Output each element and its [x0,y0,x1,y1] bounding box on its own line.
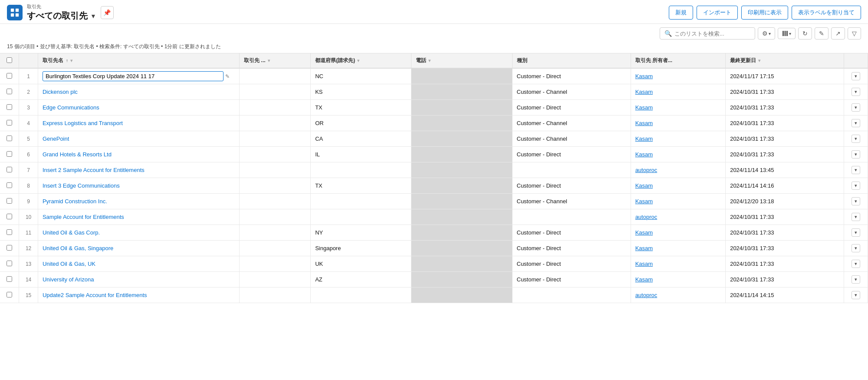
owner-link[interactable]: Kasam [635,261,653,267]
row-action-dropdown-btn[interactable]: ▾ [852,197,860,205]
row-action-dropdown-btn[interactable]: ▾ [852,275,860,284]
owner-link[interactable]: Kasam [635,229,653,236]
account-name-link[interactable]: United Oil & Gas, Singapore [43,245,113,251]
settings-btn[interactable]: ⚙ ▾ [758,27,775,40]
row-phone-cell [411,131,512,147]
header-phone[interactable]: 電話 ▾ [411,53,512,68]
account-name-link[interactable]: Sample Account for Entitlements [43,214,124,220]
row-action-dropdown-btn[interactable]: ▾ [852,150,860,159]
header-type[interactable]: 種別 [512,53,631,68]
header-state[interactable]: 都道府県(請求先) ▾ [311,53,411,68]
row-action-dropdown-btn[interactable]: ▾ [852,228,860,237]
account-name-link[interactable]: United Oil & Gas Corp. [43,229,100,236]
account-name-link[interactable]: Dickenson plc [43,89,78,95]
account-name-link[interactable]: Express Logistics and Transport [43,120,123,126]
account-name-link[interactable]: Pyramid Construction Inc. [43,198,107,205]
account-col-chevron[interactable]: ▾ [268,58,270,63]
title-chevron[interactable]: ▼ [90,13,96,20]
row-checkbox-10[interactable] [7,214,12,219]
row-checkbox-14[interactable] [7,276,12,282]
row-checkbox-11[interactable] [7,229,12,235]
header-account-num[interactable]: 取引先 ... ▾ [240,53,311,68]
account-name-link[interactable]: University of Arizona [43,276,94,283]
name-edit-pencil-icon[interactable]: ✎ [225,73,230,79]
row-action-dropdown-btn[interactable]: ▾ [852,135,860,143]
select-all-checkbox[interactable] [7,57,12,63]
row-action-dropdown-btn[interactable]: ▾ [852,182,860,190]
row-action-dropdown-btn[interactable]: ▾ [852,260,860,268]
header-title: すべての取引先 ▼ [27,10,96,22]
table-row: 12United Oil & Gas, SingaporeSingaporeCu… [0,241,868,256]
print-button[interactable]: 印刷用に表示 [741,6,788,20]
row-checkbox-cell [0,225,19,241]
owner-link[interactable]: Kasam [635,73,653,79]
updated-col-chevron[interactable]: ▾ [758,58,760,63]
owner-link[interactable]: Kasam [635,198,653,205]
row-checkbox-7[interactable] [7,167,12,172]
row-action-dropdown-btn[interactable]: ▾ [852,244,860,252]
owner-link[interactable]: Kasam [635,104,653,111]
row-action-dropdown-btn[interactable]: ▾ [852,88,860,96]
row-checkbox-5[interactable] [7,135,12,141]
row-type-cell: Customer - Direct [512,68,631,84]
row-checkbox-4[interactable] [7,120,12,126]
name-col-chevron[interactable]: ▾ [70,58,72,63]
account-name-link[interactable]: GenePoint [43,135,69,142]
row-checkbox-12[interactable] [7,245,12,251]
columns-btn[interactable]: ▾ [778,28,796,39]
owner-link[interactable]: Kasam [635,120,653,126]
owner-link[interactable]: Kasam [635,276,653,283]
name-edit-input[interactable] [43,71,224,81]
import-button[interactable]: インポート [697,6,738,20]
pin-button[interactable]: 📌 [101,6,114,19]
owner-link[interactable]: Kasam [635,182,653,189]
owner-link[interactable]: Kasam [635,89,653,95]
row-action-dropdown-btn[interactable]: ▾ [852,166,860,174]
row-checkbox-13[interactable] [7,261,12,266]
row-action-dropdown-btn[interactable]: ▾ [852,119,860,127]
search-input[interactable] [674,30,750,37]
account-name-link[interactable]: Insert 2 Sample Account for Entitlements [43,167,145,173]
row-checkbox-6[interactable] [7,151,12,157]
owner-link[interactable]: Kasam [635,151,653,158]
header-updated[interactable]: 最終更新日 ▾ [726,53,844,68]
filter-btn[interactable]: ▽ [848,27,861,40]
row-action-dropdown-btn[interactable]: ▾ [852,291,860,299]
row-checkbox-8[interactable] [7,182,12,188]
header-select-all[interactable] [0,53,19,68]
row-checkbox-3[interactable] [7,104,12,110]
new-button[interactable]: 新規 [669,6,693,20]
edit-btn[interactable]: ✎ [815,27,829,40]
label-button[interactable]: 表示ラベルを割り当て [792,6,861,20]
owner-link[interactable]: autoproc [635,167,658,173]
share-btn[interactable]: ↗ [831,27,845,40]
owner-link[interactable]: autoproc [635,214,658,220]
state-col-chevron[interactable]: ▾ [357,58,359,63]
row-checkbox-15[interactable] [7,292,12,297]
account-name-link[interactable]: United Oil & Gas, UK [43,261,95,267]
row-updated-cell: 2024/10/31 17:33 [726,84,844,100]
account-name-link[interactable]: Edge Communications [43,104,99,111]
header-owner[interactable]: 取引先 所有者... [631,53,726,68]
header-name[interactable]: 取引先名 ↑ ▾ [38,53,239,68]
owner-link[interactable]: Kasam [635,245,653,251]
app-header: 取引先 すべての取引先 ▼ 📌 新規 インポート 印刷用に表示 表示ラベルを割り… [0,0,868,24]
row-checkbox-2[interactable] [7,89,12,94]
row-action-dropdown-btn[interactable]: ▾ [852,72,860,80]
row-owner-cell: Kasam [631,178,726,194]
owner-link[interactable]: autoproc [635,292,658,298]
row-action-dropdown-btn[interactable]: ▾ [852,213,860,221]
account-name-link[interactable]: Grand Hotels & Resorts Ltd [43,151,112,158]
phone-col-chevron[interactable]: ▾ [428,58,431,63]
account-name-link[interactable]: Update2 Sample Account for Entitlements [43,292,147,298]
search-box[interactable]: 🔍 [660,27,755,40]
row-checkbox-1[interactable] [7,73,12,79]
owner-link[interactable]: Kasam [635,135,653,142]
table-row: 4Express Logistics and TransportORCustom… [0,116,868,131]
row-action-dropdown-btn[interactable]: ▾ [852,103,860,112]
account-name-link[interactable]: Insert 3 Edge Communications [43,182,120,189]
svg-rect-5 [785,31,786,36]
row-checkbox-9[interactable] [7,198,12,204]
refresh-btn[interactable]: ↻ [798,27,812,40]
row-type-cell [512,287,631,303]
